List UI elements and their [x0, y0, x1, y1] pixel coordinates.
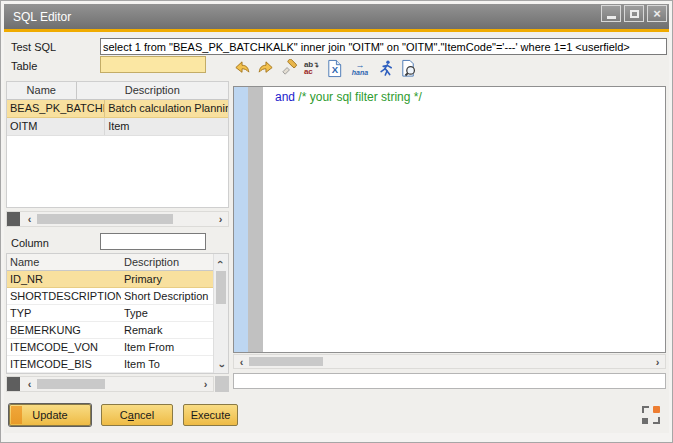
column-row-description: Primary: [121, 271, 213, 287]
preview-search-icon[interactable]: [398, 58, 419, 79]
scroll-track[interactable]: [249, 355, 650, 368]
column-row-description: Type: [121, 305, 213, 321]
editor-gutter: [248, 87, 263, 352]
cancel-label-post: ncel: [134, 409, 154, 421]
maximize-icon: [630, 10, 639, 18]
scroll-thumb[interactable]: [37, 214, 173, 224]
run-icon[interactable]: [375, 58, 396, 79]
undo-icon[interactable]: [232, 58, 253, 79]
replace-arrow-icon: ↴: [313, 61, 319, 68]
columns-header-description[interactable]: Description: [121, 254, 213, 270]
tables-header-name[interactable]: Name: [7, 82, 77, 99]
sql-keyword: and: [275, 90, 295, 104]
expand-corner-bottom-right: [653, 417, 660, 424]
column-row-description: Short Description: [121, 288, 213, 304]
minimize-button[interactable]: [601, 5, 621, 22]
column-row[interactable]: TYP Type: [7, 305, 213, 322]
scroll-left-arrow[interactable]: ‹: [22, 377, 37, 391]
editor-selection-margin: [234, 87, 248, 352]
columns-grid-vscrollbar: ‹ ‹: [213, 254, 228, 373]
editor-footer-input[interactable]: [233, 373, 666, 389]
column-label: Column: [11, 237, 49, 249]
column-row[interactable]: ITEMCODE_VON Item From: [7, 339, 213, 356]
scroll-left-arrow[interactable]: ‹: [22, 212, 37, 226]
expand-corner-top-right: [653, 406, 660, 413]
column-row-name: ITEMCODE_VON: [7, 339, 121, 355]
to-hana-icon[interactable]: → hana: [347, 58, 373, 79]
replace-icon-text: ab↴ ac: [304, 61, 319, 75]
column-row-name: ITEMCODE_BIS: [7, 356, 121, 372]
cancel-button[interactable]: Cancel: [101, 404, 173, 426]
column-row-description: Item To: [121, 356, 213, 372]
expand-corner-bottom-left: [642, 418, 648, 424]
sql-comment: /* your sql filter string */: [295, 90, 422, 104]
scroll-thumb[interactable]: [216, 271, 226, 304]
minimize-icon: [607, 16, 616, 19]
column-row[interactable]: SHORTDESCRIPTION Short Description: [7, 288, 213, 305]
scroll-up-arrow[interactable]: ‹: [214, 254, 228, 269]
replace-ab-ac-icon[interactable]: ab↴ ac: [301, 58, 322, 79]
maximize-button[interactable]: [624, 5, 644, 22]
test-sql-input[interactable]: [100, 38, 667, 55]
column-row[interactable]: BEMERKUNG Remark: [7, 322, 213, 339]
column-row-name: BEMERKUNG: [7, 322, 121, 338]
cancel-label-pre: C: [120, 409, 128, 421]
editor-toolbar: ab↴ ac X → hana: [232, 57, 419, 79]
hana-arrow-icon: →: [356, 61, 365, 69]
column-row[interactable]: ITEMCODE_BIS Item To: [7, 356, 213, 373]
close-icon: ×: [653, 7, 661, 20]
scroll-right-arrow[interactable]: ›: [213, 212, 228, 226]
test-sql-label: Test SQL: [11, 41, 56, 53]
scroll-down-arrow[interactable]: ‹: [214, 358, 228, 373]
tables-grid-hscrollbar: ‹ ›: [6, 211, 229, 227]
scrollbar-splitter-handle[interactable]: [7, 377, 20, 391]
redo-icon[interactable]: [255, 58, 276, 79]
columns-header-name[interactable]: Name: [7, 254, 121, 270]
hana-word: hana: [352, 69, 368, 76]
tables-grid: Name Description BEAS_PK_BATCHKALK Batch…: [6, 81, 229, 208]
columns-grid: Name Description ID_NR Primary SHORTDESC…: [6, 253, 229, 374]
format-brush-icon[interactable]: [278, 58, 299, 79]
table-row-description: Item: [105, 118, 228, 135]
column-row-name: SHORTDESCRIPTION: [7, 288, 121, 304]
table-row[interactable]: BEAS_PK_BATCHKALK Batch calculation Plan…: [7, 100, 228, 118]
table-input[interactable]: [100, 56, 206, 73]
execute-button-label: Execute: [191, 409, 231, 421]
table-row-name: BEAS_PK_BATCHKALK: [7, 100, 105, 117]
xml-letter: X: [332, 63, 339, 74]
close-button[interactable]: ×: [647, 5, 667, 22]
expand-corner-top-left: [642, 406, 649, 413]
xml-document-icon[interactable]: X: [324, 58, 345, 79]
update-button[interactable]: Update: [9, 404, 91, 426]
column-row-name: TYP: [7, 305, 121, 321]
expand-window-icon[interactable]: [642, 406, 660, 424]
column-row-description: Remark: [121, 322, 213, 338]
tables-header-description[interactable]: Description: [77, 82, 228, 99]
scroll-right-arrow[interactable]: ›: [650, 355, 665, 368]
titlebar[interactable]: SQL Editor: [4, 4, 669, 29]
scroll-thumb[interactable]: [249, 357, 323, 366]
columns-grid-header: Name Description: [7, 254, 213, 271]
column-row[interactable]: ID_NR Primary: [7, 271, 213, 288]
scroll-left-arrow[interactable]: ‹: [234, 355, 249, 368]
table-row-description: Batch calculation Planning: [105, 100, 228, 117]
scroll-track[interactable]: [37, 212, 213, 226]
column-row-name: ID_NR: [7, 271, 121, 287]
scroll-track[interactable]: [37, 377, 198, 391]
hana-icon-text: → hana: [352, 61, 368, 76]
scroll-thumb[interactable]: [37, 379, 105, 389]
table-row[interactable]: OITM Item: [7, 118, 228, 136]
sql-editor-window: SQL Editor × Test SQL Table ab↴ ac: [0, 0, 673, 443]
tables-grid-header: Name Description: [7, 82, 228, 100]
column-input[interactable]: [100, 233, 206, 250]
window-title: SQL Editor: [4, 10, 71, 24]
table-row-name: OITM: [7, 118, 105, 135]
replace-to-text: ac: [304, 68, 319, 75]
scroll-right-arrow[interactable]: ›: [198, 377, 213, 391]
sql-code-editor[interactable]: and /* your sql filter string */: [233, 86, 666, 353]
execute-button[interactable]: Execute: [183, 404, 238, 426]
table-label: Table: [11, 60, 37, 72]
editor-hscrollbar: ‹ ›: [233, 354, 666, 369]
scrollbar-splitter-handle[interactable]: [7, 212, 20, 226]
columns-grid-hscrollbar: ‹ ›: [6, 376, 214, 392]
